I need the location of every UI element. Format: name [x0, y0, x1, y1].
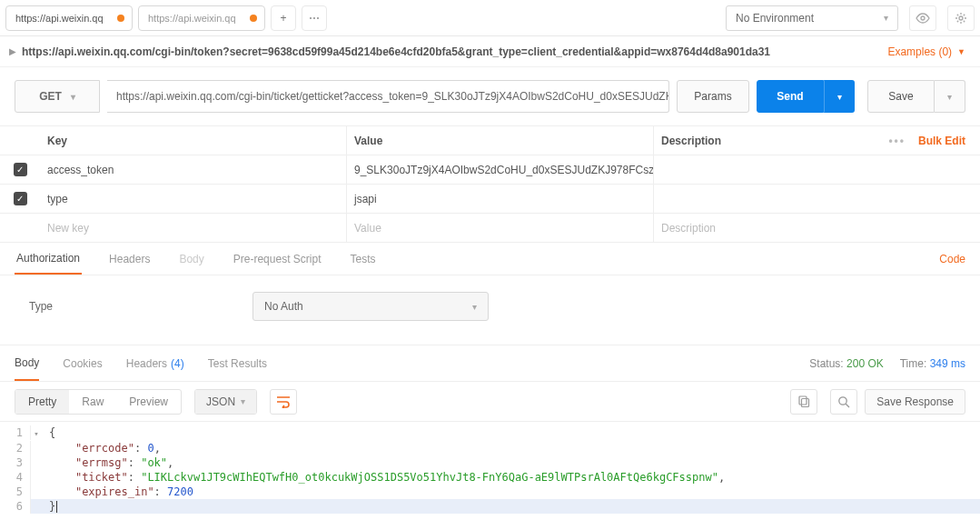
url-input-value: https://api.weixin.qq.com/cgi-bin/ticket… — [116, 90, 669, 103]
settings-button[interactable] — [947, 5, 975, 31]
method-label: GET — [39, 90, 62, 103]
search-response-button[interactable] — [830, 389, 857, 415]
chevron-right-icon[interactable]: ▶ — [9, 46, 16, 56]
method-select[interactable]: GET ▾ — [15, 80, 100, 113]
send-label: Send — [777, 90, 803, 103]
params-table: Key Value Description ••• Bulk Edit ✓ ac… — [0, 125, 980, 243]
param-value-placeholder: Value — [347, 214, 654, 242]
param-key-text[interactable]: type — [47, 193, 68, 205]
save-label: Save — [888, 90, 913, 103]
more-icon[interactable]: ••• — [888, 135, 906, 147]
resp-tab-body[interactable]: Body — [15, 345, 39, 381]
view-preview[interactable]: Preview — [116, 390, 181, 414]
auth-type-label: Type — [29, 300, 53, 313]
param-row[interactable]: ✓ access_token 9_SLK30oJTz9jX4AOIbwS2dCo… — [0, 155, 980, 185]
wrap-icon — [276, 395, 291, 408]
request-bar: GET ▾ https://api.weixin.qq.com/cgi-bin/… — [0, 67, 980, 125]
param-value-text[interactable]: jsapi — [354, 193, 377, 205]
tab-prerequest[interactable]: Pre-request Script — [232, 243, 323, 275]
search-icon — [837, 395, 850, 408]
status-value: 200 OK — [846, 357, 884, 370]
save-button[interactable]: Save — [867, 80, 935, 113]
save-dropdown-button[interactable]: ▾ — [935, 80, 965, 113]
environment-quicklook-button[interactable] — [909, 5, 936, 31]
tab-headers[interactable]: Headers — [107, 243, 152, 275]
tab-request-0[interactable]: https://api.weixin.qq — [5, 5, 133, 31]
save-response-button[interactable]: Save Response — [865, 389, 965, 415]
app-topbar: https://api.weixin.qq https://api.weixin… — [0, 0, 980, 36]
param-desc-placeholder: Description — [654, 214, 980, 242]
resp-tab-cookies[interactable]: Cookies — [63, 345, 102, 381]
auth-type-select[interactable]: No Auth ▾ — [252, 292, 489, 321]
authorization-panel: Type No Auth ▾ — [0, 275, 980, 345]
tab-title: https://api.weixin.qq — [15, 13, 104, 24]
eye-icon — [916, 13, 930, 24]
tab-authorization[interactable]: Authorization — [15, 243, 82, 275]
param-description — [654, 185, 980, 213]
tabs-overflow-button[interactable]: ⋯ — [302, 5, 327, 31]
gear-icon — [955, 12, 967, 25]
response-meta: Status: 200 OK Time: 349 ms — [809, 357, 965, 370]
svg-rect-2 — [801, 398, 808, 406]
request-title-url: https://api.weixin.qq.com/cgi-bin/token?… — [22, 45, 887, 58]
param-key-text[interactable]: access_token — [47, 164, 114, 176]
param-row[interactable]: ✓ type jsapi — [0, 185, 980, 214]
svg-point-1 — [959, 16, 963, 20]
param-key: access_token — [40, 155, 347, 184]
chevron-down-icon: ▾ — [71, 92, 75, 102]
chevron-down-icon: ▾ — [472, 302, 477, 312]
svg-rect-3 — [799, 396, 807, 405]
view-raw[interactable]: Raw — [69, 390, 116, 414]
param-value: jsapi — [347, 185, 654, 213]
tab-tests[interactable]: Tests — [348, 243, 377, 275]
unsaved-dot-icon — [117, 15, 124, 22]
param-description — [654, 155, 980, 184]
environment-select[interactable]: No Environment ▾ — [726, 5, 898, 31]
tab-title: https://api.weixin.qq — [148, 13, 236, 24]
time-value: 349 ms — [930, 357, 965, 370]
time-label: Time: — [900, 357, 927, 370]
request-tabs: https://api.weixin.qq https://api.weixin… — [5, 0, 332, 35]
bulk-edit-link[interactable]: Bulk Edit — [918, 135, 965, 147]
response-body-viewer[interactable]: 1▾{2 "errcode": 0,3 "errmsg": "ok",4 "ti… — [0, 422, 980, 514]
request-title-row: ▶ https://api.weixin.qq.com/cgi-bin/toke… — [0, 36, 980, 67]
format-label: JSON — [206, 395, 235, 408]
param-row-new[interactable]: New key Value Description — [0, 214, 980, 243]
param-value-text[interactable]: 9_SLK30oJTz9jX4AOIbwS2dCoHU_d0xSESJUdZKJ… — [354, 164, 654, 176]
chevron-down-icon: ▾ — [884, 13, 888, 23]
checkbox-checked-icon[interactable]: ✓ — [14, 192, 27, 205]
param-key-placeholder: New key — [40, 214, 347, 242]
status-label: Status: — [809, 357, 843, 370]
tab-request-1[interactable]: https://api.weixin.qq — [138, 5, 265, 31]
environment-label: No Environment — [736, 12, 814, 25]
send-button[interactable]: Send — [757, 80, 824, 113]
param-value: 9_SLK30oJTz9jX4AOIbwS2dCoHU_d0xSESJUdZKJ… — [347, 155, 654, 184]
chevron-down-icon: ▾ — [241, 396, 245, 406]
copy-icon — [798, 395, 810, 408]
param-key: type — [40, 185, 347, 213]
tab-body[interactable]: Body — [177, 243, 205, 275]
copy-response-button[interactable] — [790, 389, 817, 415]
resp-tab-testresults[interactable]: Test Results — [208, 345, 267, 381]
new-tab-button[interactable]: + — [271, 5, 296, 31]
params-label: Params — [694, 90, 731, 103]
caret-down-icon: ▼ — [957, 47, 965, 56]
svg-point-4 — [839, 396, 846, 404]
resp-tab-headers[interactable]: Headers(4) — [126, 345, 184, 381]
svg-point-0 — [921, 16, 925, 20]
view-pretty[interactable]: Pretty — [15, 390, 69, 414]
format-select[interactable]: JSON▾ — [194, 389, 257, 415]
examples-label: Examples (0) — [887, 45, 952, 58]
url-input[interactable]: https://api.weixin.qq.com/cgi-bin/ticket… — [107, 80, 669, 113]
code-link[interactable]: Code — [939, 253, 965, 265]
col-key: Key — [40, 126, 347, 155]
unsaved-dot-icon — [250, 15, 257, 22]
view-mode-segment: Pretty Raw Preview — [15, 389, 182, 415]
wrap-lines-button[interactable] — [270, 389, 297, 415]
examples-dropdown[interactable]: Examples (0) ▼ — [887, 45, 965, 58]
checkbox-checked-icon[interactable]: ✓ — [14, 163, 27, 176]
params-button[interactable]: Params — [677, 80, 749, 113]
params-header-row: Key Value Description ••• Bulk Edit — [0, 126, 980, 155]
send-dropdown-button[interactable]: ▾ — [824, 80, 855, 113]
chevron-down-icon: ▾ — [837, 92, 842, 102]
